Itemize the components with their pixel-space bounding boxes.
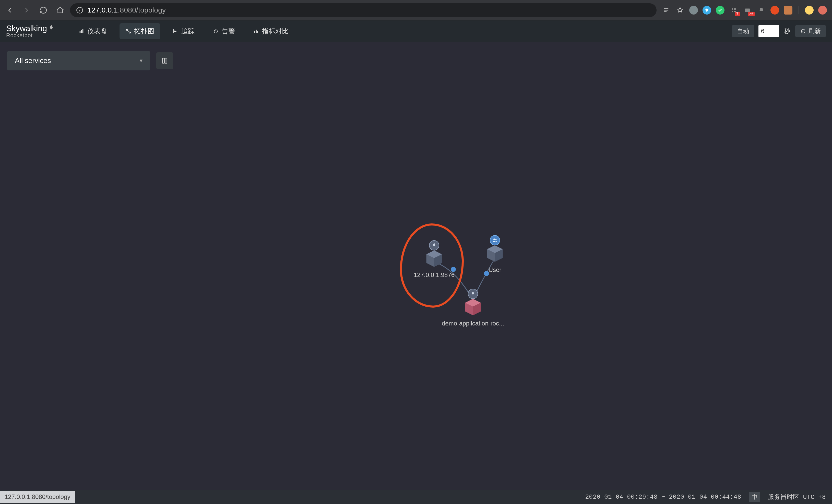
topology-node-user[interactable]: User [485,244,504,274]
topology-toolbar: All services ▾ [0,42,832,71]
bookmark-star-icon[interactable] [675,6,685,15]
svg-rect-13 [82,29,83,33]
tab-trace-label: 追踪 [181,27,194,36]
alarm-icon [213,28,218,34]
topology-node-mq[interactable]: 127.0.0.1:9876 [414,249,454,279]
site-info-icon[interactable] [76,7,83,14]
browser-nav [5,6,65,15]
topology-icon [126,28,131,34]
seconds-label: 秒 [783,25,791,37]
svg-rect-19 [254,31,255,33]
svg-rect-20 [256,30,257,33]
refresh-label: 刷新 [808,27,821,35]
tab-dashboard[interactable]: 仪表盘 [73,23,113,39]
logo-subtitle: Rocketbot [6,32,55,39]
time-range[interactable]: 2020-01-04 00:29:48 ~ 2020-01-04 00:44:4… [585,494,742,500]
profile-avatar-2[interactable] [818,6,827,15]
ext-badge-box[interactable] [784,6,792,15]
svg-rect-12 [81,30,82,33]
node-label: User [489,266,501,274]
cube-icon [463,298,483,317]
svg-rect-21 [257,31,258,33]
service-select[interactable]: All services ▾ [7,51,150,71]
tab-metrics[interactable]: 指标对比 [247,23,295,39]
cube-icon [424,249,444,268]
logo[interactable]: Skywalking Rocketbot [6,24,55,39]
refresh-button[interactable]: 刷新 [795,25,826,37]
diamond-icon[interactable] [703,6,711,15]
timezone-label: 服务器时区 UTC +8 [768,493,826,501]
svg-rect-22 [162,58,164,63]
tab-alarm-label: 告警 [222,27,235,36]
address-bar[interactable]: 127.0.0.1:8080/topology [70,3,656,17]
auto-label: 自动 [737,27,749,35]
browser-chrome: 127.0.0.1:8080/topology 7 off [0,0,832,20]
svg-rect-10 [745,8,750,12]
reader-icon[interactable] [662,6,671,15]
svg-rect-23 [165,58,167,63]
service-select-label: All services [15,57,51,65]
ext-badge-off[interactable]: off [743,6,752,15]
profile-avatar[interactable] [805,6,814,15]
rocket-icon [48,25,55,31]
chevron-down-icon: ▾ [140,57,142,64]
bar-chart-icon [79,28,84,34]
node-label: 127.0.0.1:9876 [414,271,454,279]
divider [799,6,799,14]
refresh-icon [800,28,806,34]
panel-icon [161,57,168,64]
ext-badge-1[interactable] [689,6,698,15]
lang-toggle[interactable]: 中 [749,492,760,502]
metrics-icon [253,28,259,34]
nav-tabs: 仪表盘 拓扑图 追踪 告警 指标对比 [73,23,295,39]
svg-rect-8 [732,11,733,12]
auto-refresh-button[interactable]: 自动 [732,25,754,37]
ext-badge-7[interactable]: 7 [729,6,738,15]
svg-rect-7 [734,8,736,10]
home-button[interactable] [56,6,65,15]
back-button[interactable] [5,6,14,15]
tab-metrics-label: 指标对比 [262,27,289,36]
svg-line-16 [127,30,129,32]
check-circle-icon[interactable] [716,6,725,15]
svg-rect-11 [80,31,81,33]
topology-canvas[interactable]: 127.0.0.1:9876 User demo-application-roc… [0,71,832,486]
header-controls: 自动 秒 刷新 [732,25,826,37]
ext-badge-orange[interactable] [771,6,779,15]
tab-alarm[interactable]: 告警 [207,23,241,39]
reload-button[interactable] [39,6,48,15]
url-text: 127.0.0.1:8080/topology [87,6,166,14]
app-header: Skywalking Rocketbot 仪表盘 拓扑图 追踪 告警 指标对比 … [0,20,832,42]
svg-point-29 [493,239,495,240]
tab-topology-label: 拓扑图 [134,27,154,36]
hover-url: 127.0.0.1:8080/topology [0,491,75,503]
tab-dashboard-label: 仪表盘 [87,27,107,36]
svg-point-30 [495,239,497,240]
url-host: 127.0.0.1 [87,6,118,14]
node-label: demo-application-roc... [442,320,504,327]
cube-icon [485,244,504,263]
url-rest: :8080/topology [118,6,166,14]
interval-input[interactable] [758,25,779,37]
browser-extensions: 7 off [662,6,827,15]
tab-trace[interactable]: 追踪 [166,23,201,39]
status-right: 2020-01-04 00:29:48 ~ 2020-01-04 00:44:4… [585,492,826,502]
tool-button[interactable] [156,52,173,69]
status-bar: 127.0.0.1:8080/topology 2020-01-04 00:29… [0,490,832,504]
bell-icon[interactable] [757,6,766,15]
tab-topology[interactable]: 拓扑图 [120,23,160,39]
svg-rect-6 [732,8,733,10]
forward-button[interactable] [22,6,31,15]
topology-node-app[interactable]: demo-application-roc... [442,298,504,327]
trace-icon [173,28,178,34]
logo-title: Skywalking [6,24,55,33]
